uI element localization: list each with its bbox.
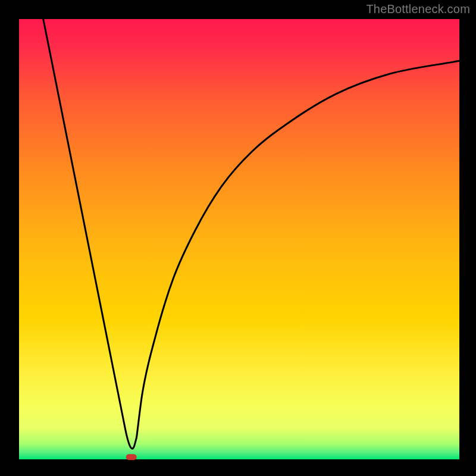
plot-background xyxy=(19,19,459,459)
chart-svg xyxy=(0,0,476,476)
optimum-marker xyxy=(126,454,137,460)
chart-stage: TheBottleneck.com xyxy=(0,0,476,476)
watermark-text: TheBottleneck.com xyxy=(366,2,470,16)
